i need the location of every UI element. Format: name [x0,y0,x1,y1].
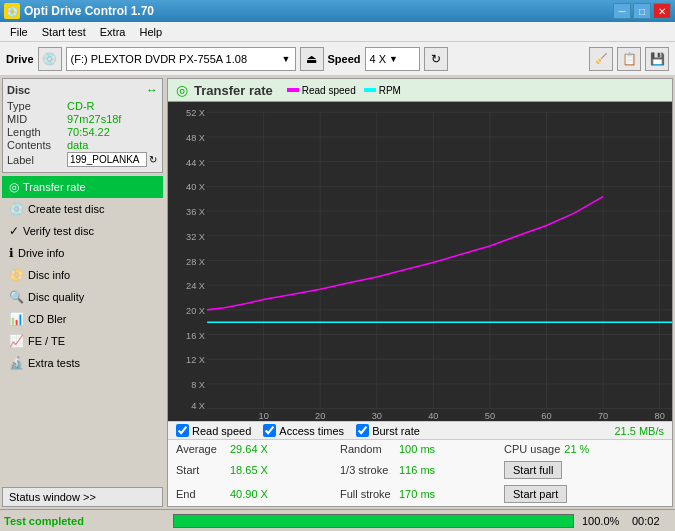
sidebar-item-transfer-rate[interactable]: ◎Transfer rate [2,176,163,198]
sidebar-label-cd-bler: CD Bler [28,313,67,325]
drive-select[interactable]: (F:) PLEXTOR DVDR PX-755A 1.08 ▼ [66,47,296,71]
svg-text:60: 60 [541,411,551,421]
chart-icon: ◎ [176,82,188,98]
sidebar-icon-cd-bler: 📊 [9,312,24,326]
sidebar-icon-verify-test-disc: ✓ [9,224,19,238]
main-content: Disc ↔ Type CD-R MID 97m27s18f Length 70… [0,76,675,509]
sidebar-icon-drive-info: ℹ [9,246,14,260]
chart-legend: Read speed RPM [287,85,401,96]
toolbar: Drive 💿 (F:) PLEXTOR DVDR PX-755A 1.08 ▼… [0,42,675,76]
svg-text:4 X: 4 X [191,401,205,411]
sidebar-label-disc-info: Disc info [28,269,70,281]
svg-text:70: 70 [598,411,608,421]
drive-label: Drive [6,53,34,65]
burst-rate-checkbox[interactable] [356,424,369,437]
disc-label-refresh-icon[interactable]: ↻ [149,154,157,165]
disc-type-val: CD-R [67,100,95,112]
sidebar-item-create-test-disc[interactable]: 💿Create test disc [2,198,163,220]
start-part-button[interactable]: Start part [504,485,567,503]
read-speed-checkbox-item: Read speed [176,424,251,437]
svg-text:28 X: 28 X [186,257,205,267]
speed-dropdown-icon[interactable]: ▼ [389,54,398,64]
sidebar-item-verify-test-disc[interactable]: ✓Verify test disc [2,220,163,242]
status-window-label: Status window >> [9,491,96,503]
sidebar-item-cd-bler[interactable]: 📊CD Bler [2,308,163,330]
disc-contents-val: data [67,139,88,151]
menu-extra[interactable]: Extra [94,25,132,39]
sidebar-label-extra-tests: Extra tests [28,357,80,369]
svg-text:16 X: 16 X [186,331,205,341]
svg-text:36 X: 36 X [186,207,205,217]
menu-start-test[interactable]: Start test [36,25,92,39]
save-button[interactable]: 💾 [645,47,669,71]
cpu-val: 21 % [564,443,604,455]
start-full-button[interactable]: Start full [504,461,562,479]
menu-help[interactable]: Help [133,25,168,39]
sidebar-label-verify-test-disc: Verify test disc [23,225,94,237]
status-completed-text: Test completed [0,515,165,527]
app-icon: 💿 [4,3,20,19]
svg-text:10: 10 [259,411,269,421]
status-window-button[interactable]: Status window >> [2,487,163,507]
chart-svg: 52 X 48 X 44 X 40 X 36 X 32 X 28 X 24 X … [168,102,672,421]
sidebar-item-fe-te[interactable]: 📈FE / TE [2,330,163,352]
eject-button[interactable]: ⏏ [300,47,324,71]
speed-select[interactable]: 4 X ▼ [365,47,420,71]
sidebar-label-drive-info: Drive info [18,247,64,259]
burst-rate-value: 21.5 MB/s [614,425,664,437]
end-stat: End 40.90 X [176,484,336,504]
progress-bar-fill [174,515,573,527]
sidebar-icon-fe-te: 📈 [9,334,24,348]
start-key: Start [176,464,226,476]
disc-length-val: 70:54.22 [67,126,110,138]
full-stroke-stat: Full stroke 170 ms [340,484,500,504]
start-part-item: Start part [504,484,664,504]
app-title: Opti Drive Control 1.70 [24,4,154,18]
legend-read-speed-color [287,88,299,92]
copy-button[interactable]: 📋 [617,47,641,71]
chart-area: ◎ Transfer rate Read speed RPM [167,78,673,507]
access-times-checkbox[interactable] [263,424,276,437]
disc-mid-val: 97m27s18f [67,113,121,125]
disc-mid-key: MID [7,113,67,125]
sidebar-label-transfer-rate: Transfer rate [23,181,86,193]
refresh-button[interactable]: ↻ [424,47,448,71]
access-times-checkbox-label: Access times [279,425,344,437]
erase-button[interactable]: 🧹 [589,47,613,71]
start-stat: Start 18.65 X [176,460,336,480]
drive-dropdown-icon[interactable]: ▼ [282,54,291,64]
burst-rate-checkbox-label: Burst rate [372,425,420,437]
svg-text:44 X: 44 X [186,158,205,168]
disc-contents-key: Contents [7,139,67,151]
stats-row-3: End 40.90 X Full stroke 170 ms Start par… [168,482,672,506]
sidebar-label-create-test-disc: Create test disc [28,203,104,215]
legend-rpm-label: RPM [379,85,401,96]
sidebar-icon-disc-quality: 🔍 [9,290,24,304]
sidebar-icon-create-test-disc: 💿 [9,202,24,216]
sidebar: Disc ↔ Type CD-R MID 97m27s18f Length 70… [0,76,165,509]
disc-label-key: Label [7,154,67,166]
sidebar-item-disc-info[interactable]: 📀Disc info [2,264,163,286]
stats-row-2: Start 18.65 X 1/3 stroke 116 ms Start fu… [168,458,672,482]
sidebar-item-disc-quality[interactable]: 🔍Disc quality [2,286,163,308]
svg-text:32 X: 32 X [186,232,205,242]
speed-value: 4 X [370,53,387,65]
disc-label-input[interactable] [67,152,147,167]
disc-panel-title: Disc [7,84,30,96]
sidebar-item-extra-tests[interactable]: 🔬Extra tests [2,352,163,374]
menu-file[interactable]: File [4,25,34,39]
minimize-button[interactable]: ─ [613,3,631,19]
speed-label: Speed [328,53,361,65]
read-speed-checkbox[interactable] [176,424,189,437]
disc-type-key: Type [7,100,67,112]
disc-panel-arrow[interactable]: ↔ [146,83,158,97]
sidebar-item-drive-info[interactable]: ℹDrive info [2,242,163,264]
maximize-button[interactable]: □ [633,3,651,19]
close-button[interactable]: ✕ [653,3,671,19]
sidebar-icon-disc-info: 📀 [9,268,24,282]
progress-bar [173,514,574,528]
progress-percent: 100.0% [582,515,624,527]
sidebar-icon-extra-tests: 🔬 [9,356,24,370]
chart-header: ◎ Transfer rate Read speed RPM [168,79,672,102]
chart-container: 52 X 48 X 44 X 40 X 36 X 32 X 28 X 24 X … [168,102,672,421]
